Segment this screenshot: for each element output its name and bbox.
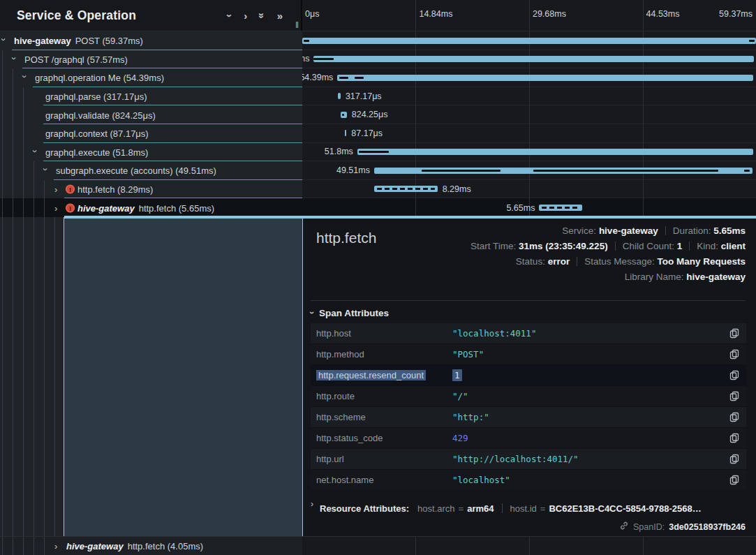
collapse-children-icon[interactable]: › bbox=[225, 14, 235, 17]
link-icon[interactable] bbox=[619, 521, 629, 533]
ruler-tick-label: 44.53ms bbox=[646, 9, 680, 19]
span-name-cell[interactable]: ›graphql.execute (51.8ms) bbox=[0, 143, 302, 162]
span-name-cell[interactable]: graphql.validate (824.25μs) bbox=[0, 105, 302, 124]
copy-button[interactable] bbox=[729, 412, 739, 422]
span-duration-label: 317.17μs bbox=[346, 91, 382, 101]
overview-line: Library Name: hive-gateway bbox=[470, 269, 746, 285]
attribute-key: http.host bbox=[316, 328, 452, 339]
chevron-down-icon[interactable]: › bbox=[0, 38, 8, 41]
indent-guide bbox=[23, 105, 24, 124]
selected-value-highlight: 1 bbox=[452, 369, 462, 381]
child-span-mark bbox=[355, 77, 364, 79]
span-id-label: SpanID: bbox=[633, 522, 665, 532]
expand-all-icon[interactable]: » bbox=[277, 10, 283, 21]
span-bar[interactable] bbox=[313, 56, 753, 62]
ruler-tick bbox=[529, 0, 530, 31]
overview-label: Service: bbox=[562, 225, 599, 236]
span-id-value: 3de02518937fb246 bbox=[669, 522, 746, 532]
span-duration-label: 49.51ms bbox=[336, 165, 370, 175]
attribute-row[interactable]: http.request.resend_count1 bbox=[311, 365, 746, 386]
span-name-cell[interactable]: graphql.parse (317.17μs) bbox=[0, 87, 302, 106]
span-name: graphql.parse (317.17μs) bbox=[45, 91, 147, 102]
span-name-cell[interactable]: ›graphql.operation Me (54.39ms) bbox=[0, 68, 302, 87]
selected-key-highlight: http.request.resend_count bbox=[316, 370, 426, 380]
span-name-cell[interactable]: ›!http.fetch (8.29ms) bbox=[0, 180, 302, 199]
copy-button[interactable] bbox=[729, 475, 739, 485]
chevron-down-icon[interactable]: › bbox=[31, 149, 40, 152]
copy-button[interactable] bbox=[729, 349, 739, 360]
indent-guide bbox=[34, 161, 34, 180]
resource-value: arm64 bbox=[467, 503, 494, 514]
collapse-all-icon[interactable]: » bbox=[257, 13, 267, 18]
indent-guide bbox=[13, 87, 13, 106]
chevron-down-icon[interactable]: › bbox=[10, 57, 19, 59]
attribute-row[interactable]: http.url"http://localhost:4011/" bbox=[311, 449, 746, 470]
chevron-right-icon[interactable]: › bbox=[54, 185, 57, 194]
selected-row-border bbox=[64, 216, 756, 217]
attribute-row[interactable]: http.route"/" bbox=[311, 386, 746, 407]
chevron-down-icon[interactable]: › bbox=[20, 75, 29, 78]
child-span-mark bbox=[313, 58, 333, 60]
resource-attributes-row[interactable]: ›Resource Attributes:host.arch=arm64host… bbox=[311, 499, 702, 517]
timeline-gridline bbox=[643, 537, 644, 555]
trace-span-row[interactable]: ›hive-gatewayhttp.fetch (4.05ms)4.05ms bbox=[0, 537, 302, 555]
indent-guide bbox=[2, 68, 3, 87]
span-bar[interactable] bbox=[539, 205, 582, 211]
span-bar[interactable] bbox=[374, 168, 753, 174]
span-name-cell[interactable]: ›hive-gatewayPOST (59.37ms) bbox=[0, 31, 302, 50]
ruler-tick-label: 59.37ms bbox=[719, 9, 753, 19]
span-name-cell[interactable]: ›POST /graphql (57.57ms) bbox=[0, 50, 302, 69]
attribute-key: net.host.name bbox=[316, 475, 452, 485]
attribute-row[interactable]: net.host.name"localhost" bbox=[311, 470, 746, 491]
child-span-mark bbox=[749, 40, 755, 42]
span-bar[interactable] bbox=[302, 38, 756, 44]
span-name: graphql.operation Me (54.39ms) bbox=[35, 73, 164, 83]
attribute-row[interactable]: http.scheme"http:" bbox=[311, 407, 746, 428]
span-bar[interactable] bbox=[357, 149, 753, 155]
overview-line: Status: errorStatus Message: Too Many Re… bbox=[470, 254, 746, 269]
copy-button[interactable] bbox=[729, 433, 739, 443]
span-name-cell[interactable]: ›!hive-gatewayhttp.fetch (5.65ms) bbox=[0, 198, 302, 217]
indent-guide bbox=[54, 217, 55, 536]
indent-guide bbox=[13, 68, 13, 87]
indent-guide bbox=[44, 198, 45, 217]
span-attributes-header[interactable]: ›Span Attributes bbox=[311, 308, 389, 318]
span-name: hive-gatewayhttp.fetch (4.05ms) bbox=[66, 541, 203, 552]
expand-children-icon[interactable]: › bbox=[244, 10, 247, 21]
child-span-mark bbox=[422, 170, 501, 172]
copy-button[interactable] bbox=[729, 391, 739, 401]
span-name-cell[interactable]: ›subgraph.execute (accounts) (49.51ms) bbox=[0, 161, 302, 180]
chevron-right-icon[interactable]: › bbox=[54, 203, 57, 212]
span-bar[interactable] bbox=[338, 93, 340, 99]
ruler-tick-label: 14.84ms bbox=[419, 9, 452, 19]
indent-guide bbox=[34, 217, 34, 536]
copy-button[interactable] bbox=[729, 454, 739, 464]
attribute-row[interactable]: http.method"POST" bbox=[311, 344, 746, 365]
attribute-key: http.method bbox=[316, 349, 452, 360]
span-bar[interactable] bbox=[374, 186, 438, 192]
chevron-right-icon[interactable]: › bbox=[54, 542, 57, 551]
panel-divider-handle-icon[interactable]: ‖ bbox=[295, 20, 299, 30]
indent-guide bbox=[2, 143, 3, 162]
attribute-row[interactable]: http.host"localhost:4011" bbox=[311, 323, 746, 344]
panel-title: Service & Operation bbox=[17, 8, 136, 23]
indent-guide bbox=[2, 124, 3, 143]
span-bar[interactable] bbox=[345, 130, 346, 136]
span-name-cell[interactable]: graphql.context (87.17μs) bbox=[0, 124, 302, 143]
indent-guide bbox=[44, 217, 45, 536]
chevron-down-icon[interactable]: › bbox=[41, 168, 50, 171]
span-bar[interactable] bbox=[337, 75, 753, 81]
attribute-key: http.status_code bbox=[316, 433, 452, 443]
span-name: hive-gatewayhttp.fetch (5.65ms) bbox=[77, 202, 214, 213]
attribute-value: "/" bbox=[452, 391, 468, 401]
attribute-row[interactable]: http.status_code429 bbox=[311, 428, 746, 449]
resource-divider bbox=[502, 503, 503, 513]
span-name-cell[interactable]: ›hive-gatewayhttp.fetch (4.05ms) bbox=[0, 537, 302, 555]
copy-button[interactable] bbox=[729, 370, 739, 380]
attribute-value: "POST" bbox=[452, 349, 484, 360]
attribute-value: "localhost" bbox=[452, 475, 510, 485]
copy-button[interactable] bbox=[729, 328, 739, 339]
span-name: graphql.execute (51.8ms) bbox=[45, 147, 148, 157]
span-bar[interactable] bbox=[341, 112, 347, 118]
tree-panel-header: Service & Operation ››»» ‖ bbox=[0, 0, 302, 31]
